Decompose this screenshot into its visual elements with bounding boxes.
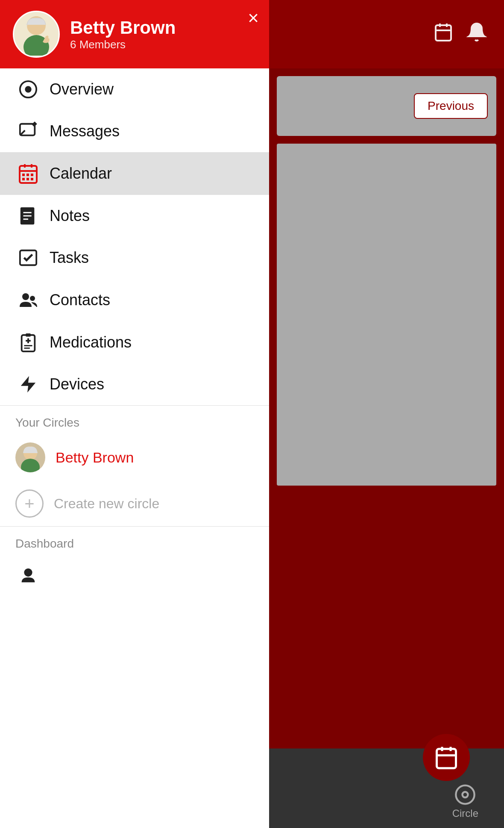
nav-item-contacts[interactable]: Contacts xyxy=(0,279,269,321)
previous-button[interactable]: Previous xyxy=(414,93,488,119)
nav-item-notes[interactable]: Notes xyxy=(0,195,269,237)
medications-label: Medications xyxy=(50,333,132,351)
circle-nav-item[interactable]: Circle xyxy=(452,784,478,819)
dashboard-section: Dashboard xyxy=(0,527,269,555)
notes-label: Notes xyxy=(50,207,90,225)
right-panel: Previous xyxy=(269,0,504,828)
circle-label: Circle xyxy=(452,807,478,819)
circle-avatar xyxy=(15,442,45,472)
contacts-label: Contacts xyxy=(50,291,110,309)
svg-rect-23 xyxy=(31,174,33,176)
nav-item-medications[interactable]: Medications xyxy=(0,321,269,363)
nav-item-tasks[interactable]: Tasks xyxy=(0,237,269,279)
contacts-icon xyxy=(15,290,41,310)
svg-rect-35 xyxy=(26,333,31,337)
svg-point-33 xyxy=(30,296,35,301)
svg-marker-40 xyxy=(21,376,36,392)
members-count: 6 Members xyxy=(70,38,176,51)
svg-rect-24 xyxy=(22,178,25,180)
circles-section-title: Your Circles xyxy=(0,406,269,434)
bell-icon[interactable] xyxy=(466,22,487,47)
calendar-label: Calendar xyxy=(50,165,112,183)
tasks-icon xyxy=(15,248,41,268)
notes-icon xyxy=(15,206,41,226)
overview-icon xyxy=(15,80,41,99)
medications-icon xyxy=(15,333,41,352)
svg-rect-26 xyxy=(31,178,33,180)
close-button[interactable]: × xyxy=(248,9,259,27)
avatar xyxy=(13,11,60,58)
user-name: Betty Brown xyxy=(70,18,176,38)
bottom-bar: Circle xyxy=(269,748,504,828)
circle-name: Betty Brown xyxy=(56,449,134,466)
create-circle-label: Create new circle xyxy=(54,496,159,512)
messages-icon xyxy=(15,121,41,141)
svg-rect-25 xyxy=(26,178,29,180)
right-panel-header xyxy=(269,0,504,68)
nav-item-calendar[interactable]: Calendar xyxy=(0,152,269,195)
fab-calendar-button[interactable] xyxy=(423,734,470,781)
header-info: Betty Brown 6 Members xyxy=(70,18,176,51)
devices-label: Devices xyxy=(50,375,104,393)
nav-item-devices[interactable]: Devices xyxy=(0,363,269,405)
devices-icon xyxy=(15,374,41,394)
svg-rect-21 xyxy=(22,174,25,176)
nav-list: Overview Messages xyxy=(0,68,269,828)
calendar-icon[interactable] xyxy=(433,22,454,47)
svg-point-13 xyxy=(25,86,31,92)
overview-label: Overview xyxy=(50,80,114,98)
messages-label: Messages xyxy=(50,122,120,140)
svg-point-42 xyxy=(21,459,40,472)
circle-betty-brown[interactable]: Betty Brown xyxy=(0,434,269,481)
drawer-header: Betty Brown 6 Members × xyxy=(0,0,269,68)
nav-item-overview[interactable]: Overview xyxy=(0,68,269,110)
navigation-drawer: Betty Brown 6 Members × Overview xyxy=(0,0,269,828)
create-circle-button[interactable]: + Create new circle xyxy=(0,481,269,526)
svg-rect-0 xyxy=(436,25,451,41)
svg-rect-4 xyxy=(437,749,456,768)
calendar-nav-icon xyxy=(15,163,41,184)
dashboard-item[interactable] xyxy=(0,555,269,590)
svg-point-43 xyxy=(24,569,32,577)
calendar-content-area xyxy=(277,144,496,486)
svg-point-32 xyxy=(22,293,29,300)
svg-point-8 xyxy=(463,792,468,798)
plus-icon: + xyxy=(15,489,44,518)
dashboard-icon xyxy=(15,566,41,586)
nav-item-messages[interactable]: Messages xyxy=(0,110,269,152)
tasks-label: Tasks xyxy=(50,249,89,267)
dashboard-title: Dashboard xyxy=(15,537,254,551)
svg-rect-22 xyxy=(26,174,29,176)
